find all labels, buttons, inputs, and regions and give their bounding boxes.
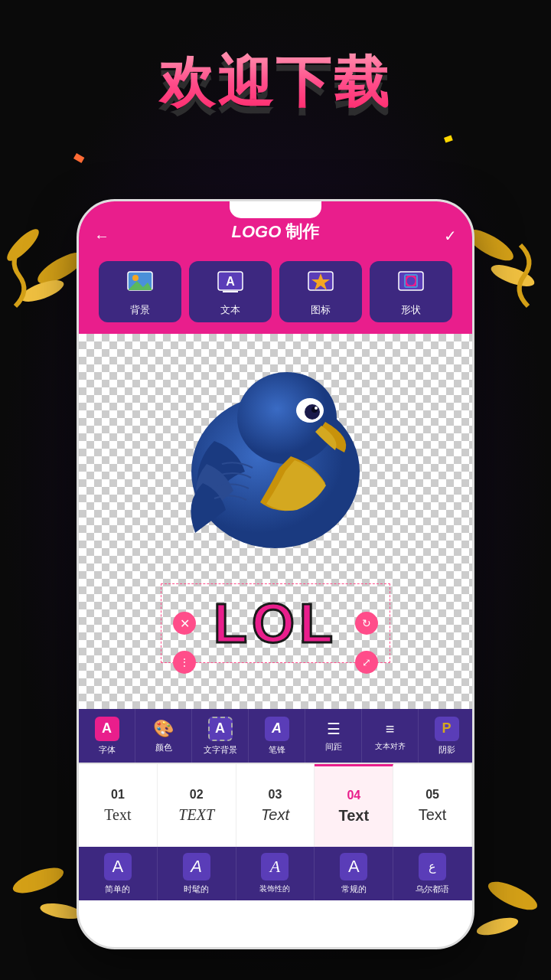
lol-text-content: LOL	[214, 592, 337, 655]
welcome-area: 欢迎下载 欢迎下载	[0, 46, 551, 119]
scale-handle[interactable]: ⤢	[355, 651, 378, 674]
text-bg-icon: A	[208, 717, 233, 741]
text-icon: A	[214, 266, 246, 299]
toolbar-text[interactable]: A 文本	[189, 261, 272, 322]
trendy-font-icon: A	[183, 853, 210, 880]
font-style-01[interactable]: 01 Text	[79, 764, 158, 847]
spacing-label: 间距	[325, 741, 342, 753]
phone-header: ← LOGO 制作 ✓	[79, 201, 472, 255]
toolbar-icon[interactable]: 图标	[279, 261, 362, 322]
edit-color[interactable]: 🎨 颜色	[135, 709, 192, 763]
edit-toolbar: A 字体 🎨 颜色 A 文字背景 A 笔锋 ☰ 间距 ≡ 文本对齐 P 阴影 ▦	[79, 709, 472, 763]
shadow-icon: P	[435, 717, 459, 741]
trendy-font-label: 时髦的	[184, 884, 209, 895]
font-style-row: 01 Text 02 Text 03 Text 04 Text 05 Text	[79, 763, 472, 847]
font-sample-03: Text	[261, 806, 289, 824]
decorative-font-label: 装饰性的	[259, 884, 290, 894]
canvas-area[interactable]: LOL ✕ ↻ ⋮ ⤢	[79, 334, 472, 709]
stroke-label: 笔锋	[269, 744, 285, 756]
delete-handle[interactable]: ✕	[173, 612, 196, 635]
font-type-decorative[interactable]: A 装饰性的	[236, 847, 315, 900]
confirm-button[interactable]: ✓	[444, 227, 457, 245]
welcome-main-text: 欢迎下载	[0, 46, 551, 119]
color-icon: 🎨	[153, 719, 174, 739]
color-label: 颜色	[155, 742, 172, 753]
app-title: LOGO 制作	[232, 220, 320, 243]
phone-notch	[230, 201, 321, 218]
edit-stroke[interactable]: A 笔锋	[249, 709, 305, 763]
edit-shadow[interactable]: P 阴影	[419, 709, 472, 763]
background-label: 背景	[130, 303, 150, 317]
options-handle[interactable]: ⋮	[173, 651, 196, 674]
main-toolbar: 背景 A 文本 图标	[79, 255, 472, 334]
stroke-icon: A	[265, 717, 289, 741]
align-label: 文本对齐	[375, 741, 406, 752]
shape-label: 形状	[401, 303, 421, 317]
font-sample-04: Text	[338, 807, 369, 825]
toolbar-background[interactable]: 背景	[99, 261, 181, 322]
font-type-row: A 简单的 A 时髦的 A 装饰性的 A 常规的 ع 乌尔都语	[79, 847, 472, 900]
svg-text:A: A	[226, 275, 235, 288]
font-sample-05: Text	[419, 806, 447, 824]
font-style-03[interactable]: 03 Text	[236, 764, 315, 847]
phone-mockup: ← LOGO 制作 ✓ 背景 A	[77, 199, 474, 949]
align-icon: ≡	[386, 720, 395, 738]
font-number-01: 01	[111, 788, 125, 802]
back-button[interactable]: ←	[94, 227, 109, 245]
rotate-handle[interactable]: ↻	[355, 612, 378, 635]
font-number-05: 05	[425, 788, 439, 802]
font-number-03: 03	[269, 788, 282, 802]
font-icon: A	[95, 717, 119, 741]
logo-label: LOGO	[232, 222, 282, 241]
edit-text-bg[interactable]: A 文字背景	[192, 709, 249, 763]
normal-font-label: 常规的	[341, 884, 367, 895]
edit-spacing[interactable]: ☰ 间距	[305, 709, 362, 763]
toolbar-shape[interactable]: 形状	[370, 261, 452, 322]
urdu-font-label: 乌尔都语	[416, 884, 449, 895]
svg-point-14	[132, 275, 139, 281]
normal-font-icon: A	[340, 853, 367, 880]
shadow-label: 阴影	[439, 744, 455, 756]
eagle-logo[interactable]	[176, 349, 375, 564]
font-sample-01: Text	[104, 806, 131, 824]
edit-font[interactable]: A 字体	[79, 709, 135, 763]
lol-text-element[interactable]: LOL ✕ ↻ ⋮ ⤢	[161, 583, 390, 663]
font-style-05[interactable]: 05 Text	[393, 764, 472, 847]
simple-font-icon: A	[104, 853, 132, 880]
text-bg-label: 文字背景	[204, 744, 237, 756]
font-type-urdu[interactable]: ع 乌尔都语	[393, 847, 472, 900]
font-type-simple[interactable]: A 简单的	[79, 847, 158, 900]
svg-point-25	[237, 372, 337, 464]
font-number-02: 02	[190, 788, 204, 802]
shape-icon	[395, 266, 427, 299]
background-icon	[124, 266, 156, 299]
font-style-02[interactable]: 02 Text	[158, 764, 236, 847]
font-label: 字体	[99, 744, 116, 756]
svg-point-27	[305, 404, 320, 420]
spacing-icon: ☰	[327, 720, 341, 738]
icon-icon	[305, 266, 337, 299]
decorative-font-icon: A	[261, 853, 289, 880]
svg-point-29	[315, 407, 318, 410]
icon-label: 图标	[311, 303, 331, 317]
text-label: 文本	[220, 303, 240, 317]
simple-font-label: 简单的	[105, 884, 130, 895]
font-sample-02: Text	[178, 806, 214, 824]
font-number-04: 04	[347, 789, 360, 802]
urdu-font-icon: ع	[419, 853, 446, 880]
font-type-trendy[interactable]: A 时髦的	[158, 847, 236, 900]
font-type-normal[interactable]: A 常规的	[315, 847, 393, 900]
edit-align[interactable]: ≡ 文本对齐	[362, 709, 419, 763]
font-style-04[interactable]: 04 Text	[315, 764, 393, 847]
